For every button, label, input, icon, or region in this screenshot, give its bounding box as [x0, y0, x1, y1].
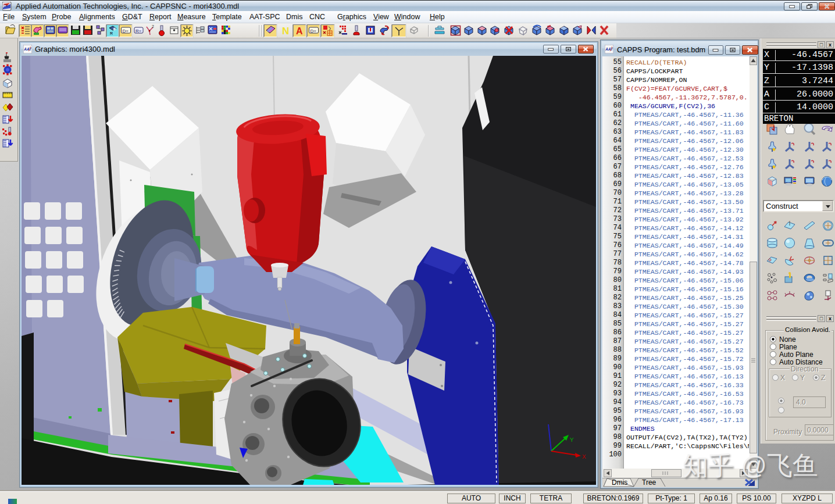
svg-text:D=: D= [123, 28, 129, 34]
svg-text:Dmis: Dmis [612, 478, 627, 487]
svg-text:Y: Y [570, 437, 574, 444]
svg-text:CA: CA [3, 4, 8, 8]
svg-text:2: 2 [152, 24, 154, 28]
svg-text:M: M [110, 31, 113, 36]
svg-text:X: X [582, 453, 586, 460]
svg-text:D=: D= [311, 28, 317, 34]
svg-text:N: N [282, 26, 289, 37]
svg-text:A: A [296, 26, 303, 36]
svg-text:R=: R= [135, 28, 142, 34]
svg-text:AAT: AAT [23, 47, 32, 51]
svg-text:Tree: Tree [642, 478, 656, 487]
svg-text:AAT: AAT [605, 47, 613, 51]
